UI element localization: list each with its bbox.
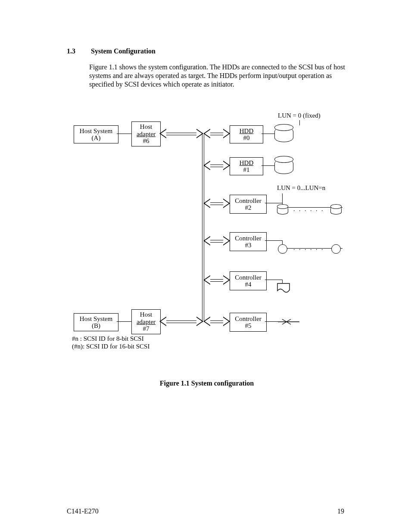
- ctrl5-l1: Controller: [235, 315, 262, 323]
- hdd0-l1: HDD: [240, 128, 254, 135]
- host-b-line1: Host System: [80, 315, 112, 323]
- footer-doc-id: C141-E270: [67, 507, 99, 515]
- legend-line-1: #n : SCSI ID for 8-bit SCSI: [72, 335, 144, 342]
- ctrl3-optical-b-icon: [331, 244, 341, 254]
- adapter-a-line2: adapter: [137, 131, 156, 138]
- controller-5-box: Controller #5: [230, 313, 267, 332]
- adapter-a-line3: #6: [143, 137, 149, 145]
- ctrl3-dots: . . . . . .: [293, 245, 324, 252]
- lun-fixed-label: LUN = 0 (fixed): [278, 112, 321, 119]
- host-adapter-6-box: Host adapter #6: [131, 121, 161, 146]
- hdd0-disk-icon: [274, 127, 293, 142]
- ctrl3-l2: #3: [245, 242, 252, 249]
- system-config-diagram: LUN = 0 (fixed) Host System (A) Host ada…: [71, 112, 347, 354]
- controller-3-box: Controller #3: [230, 232, 267, 251]
- hdd0-box: HDD #0: [230, 125, 263, 143]
- ctrl2-disk-a-icon: [277, 206, 288, 215]
- ctrl4-l1: Controller: [235, 274, 262, 281]
- adapter-b-line1: Host: [140, 311, 152, 318]
- bus-arrow-ctrl5: [204, 317, 230, 326]
- bus-arrow-ctrl4: [204, 275, 230, 285]
- adapter-a-line1: Host: [140, 123, 152, 131]
- bus-arrow-adapter-b: [160, 317, 203, 326]
- controller-2-box: Controller #2: [230, 195, 267, 214]
- ctrl3-l1: Controller: [235, 235, 262, 242]
- section-heading: 1.3 System Configuration: [67, 47, 347, 55]
- host-adapter-7-box: Host adapter #7: [131, 309, 161, 334]
- bus-arrow-hdd1: [204, 161, 230, 170]
- legend-line-2: (#n): SCSI ID for 16-bit SCSI: [72, 342, 149, 350]
- ctrl2-l1: Controller: [235, 197, 262, 205]
- hdd0-l2: #0: [243, 134, 250, 142]
- host-system-a-box: Host System (A): [74, 125, 118, 143]
- footer-page-number: 19: [337, 507, 344, 515]
- bus-arrow-adapter-a: [160, 129, 203, 138]
- controller-4-box: Controller #4: [230, 271, 267, 290]
- figure-caption: Figure 1.1 System configuration: [67, 380, 347, 387]
- host-a-line1: Host System: [80, 128, 112, 135]
- ctrl4-l2: #4: [245, 281, 252, 288]
- ctrl3-optical-a-icon: [278, 244, 287, 254]
- lun-range-label: LUN = 0...LUN=n: [277, 185, 325, 192]
- section-number: 1.3: [67, 47, 89, 55]
- adapter-b-line3: #7: [143, 325, 149, 333]
- hdd1-box: HDD #1: [230, 157, 263, 175]
- ctrl5-l2: #5: [245, 322, 252, 330]
- hdd1-l1: HDD: [240, 159, 254, 167]
- ctrl5-terminator-icon: [278, 318, 293, 324]
- bus-arrow-ctrl2: [204, 199, 230, 208]
- adapter-b-line2: adapter: [137, 318, 156, 326]
- bus-arrow-ctrl3: [204, 236, 230, 246]
- section-title: System Configuration: [91, 47, 156, 55]
- host-a-line2: (A): [92, 134, 101, 142]
- hdd1-l2: #1: [243, 166, 250, 174]
- bus-arrow-hdd0: [204, 129, 230, 138]
- ctrl4-tape-icon: [277, 283, 289, 292]
- intro-paragraph: Figure 1.1 shows the system configuratio…: [89, 63, 347, 89]
- ctrl2-dots: . . . . . .: [293, 206, 324, 213]
- ctrl2-l2: #2: [245, 204, 252, 212]
- host-b-line2: (B): [92, 322, 100, 330]
- hdd1-disk-icon: [274, 159, 293, 174]
- ctrl2-disk-b-icon: [330, 206, 342, 215]
- host-system-b-box: Host System (B): [74, 313, 118, 331]
